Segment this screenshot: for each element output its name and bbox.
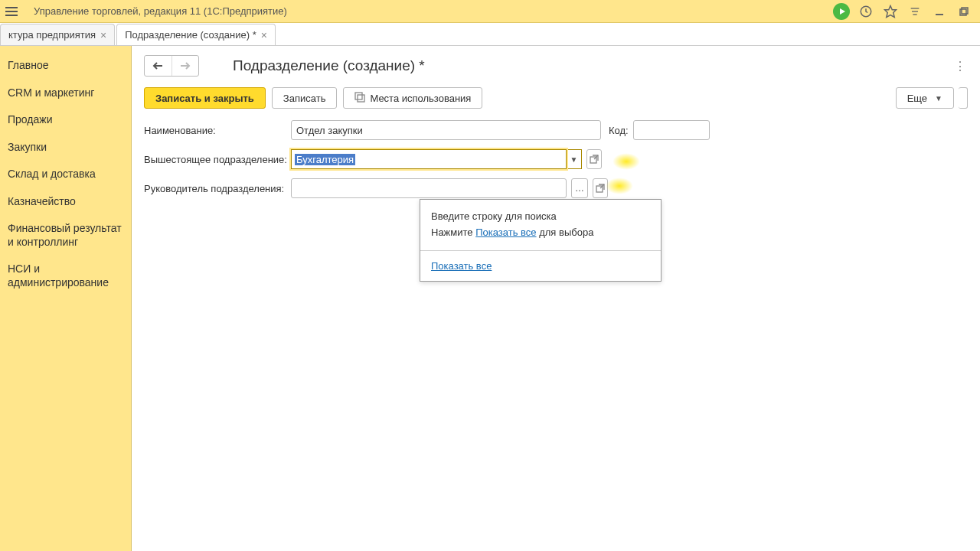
kebab-icon[interactable]: ⋮ [952, 58, 968, 73]
dropdown-icon[interactable]: ▼ [567, 149, 582, 169]
menu-icon[interactable] [0, 0, 23, 23]
show-all-link[interactable]: Показать все [475, 227, 536, 238]
svg-rect-9 [358, 95, 364, 102]
app-title: Управление торговлей, редакция 11 (1С:Пр… [34, 5, 287, 17]
nav-box [144, 55, 199, 77]
usage-icon [354, 92, 365, 105]
dropdown-hint2: Нажмите Показать все для выбора [431, 225, 650, 241]
code-input[interactable] [633, 120, 710, 140]
play-icon[interactable] [833, 3, 850, 20]
code-label: Код: [609, 125, 629, 136]
lines-icon[interactable] [906, 3, 923, 20]
parent-combo[interactable]: Бухгалтерия [291, 149, 567, 169]
content: Подразделение (создание) * ⋮ Записать и … [132, 46, 980, 551]
parent-value: Бухгалтерия [295, 154, 355, 165]
minimize-icon[interactable] [931, 3, 948, 20]
sidebar-item-main[interactable]: Главное [0, 52, 131, 80]
open-external-icon[interactable] [586, 149, 602, 169]
autocomplete-dropdown: Введите строку для поиска Нажмите Показа… [420, 199, 662, 282]
nav-forward-button[interactable] [172, 56, 199, 76]
svg-marker-1 [885, 5, 897, 17]
head-input[interactable] [291, 178, 567, 198]
sidebar: Главное CRM и маркетинг Продажи Закупки … [0, 46, 132, 551]
select-button[interactable]: … [571, 178, 588, 198]
tab-label: Подразделение (создание) * [125, 29, 256, 41]
overflow-button[interactable] [959, 87, 968, 109]
dropdown-hint: Введите строку для поиска [431, 209, 650, 225]
sidebar-item-treasury[interactable]: Казначейство [0, 188, 131, 216]
usage-button[interactable]: Места использования [343, 87, 482, 109]
tab-structure[interactable]: ктура предприятия × [0, 24, 115, 45]
open-external-icon[interactable] [593, 178, 608, 198]
tab-label: ктура предприятия [8, 29, 96, 41]
svg-rect-8 [355, 93, 362, 99]
history-icon[interactable] [858, 3, 874, 20]
close-icon[interactable]: × [100, 29, 106, 41]
name-input[interactable] [291, 120, 601, 140]
save-button[interactable]: Записать [272, 87, 338, 109]
save-close-button[interactable]: Записать и закрыть [144, 87, 266, 109]
sidebar-item-warehouse[interactable]: Склад и доставка [0, 161, 131, 188]
page-title: Подразделение (создание) * [233, 57, 425, 74]
show-all-link[interactable]: Показать все [431, 260, 492, 272]
close-icon[interactable]: × [261, 29, 267, 41]
tab-bar: ктура предприятия × Подразделение (созда… [0, 23, 980, 46]
svg-rect-7 [960, 9, 966, 15]
more-button[interactable]: Еще▼ [896, 87, 954, 109]
sidebar-item-purchases[interactable]: Закупки [0, 134, 131, 161]
parent-label: Вышестоящее подразделение: [144, 154, 291, 165]
sidebar-item-finresult[interactable]: Финансовый результат и контроллинг [0, 215, 131, 256]
head-label: Руководитель подразделения: [144, 183, 291, 194]
titlebar: Управление торговлей, редакция 11 (1С:Пр… [0, 0, 980, 23]
star-icon[interactable] [882, 3, 899, 20]
svg-rect-6 [962, 8, 968, 14]
sidebar-item-sales[interactable]: Продажи [0, 106, 131, 134]
sidebar-item-crm[interactable]: CRM и маркетинг [0, 80, 131, 107]
nav-back-button[interactable] [145, 56, 172, 76]
name-label: Наименование: [144, 125, 291, 136]
tab-department[interactable]: Подразделение (создание) * × [116, 24, 276, 45]
sidebar-item-nsi[interactable]: НСИ и администрирование [0, 256, 131, 296]
restore-icon[interactable] [956, 3, 972, 20]
